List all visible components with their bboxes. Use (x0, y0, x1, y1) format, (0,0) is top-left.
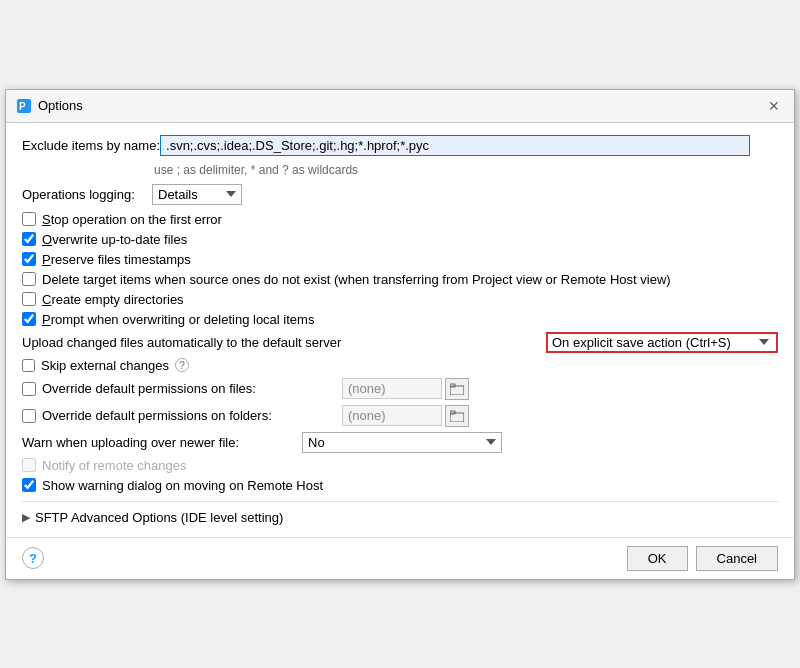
exclude-label: Exclude items by name: (22, 138, 160, 153)
perm-folders-browse-button[interactable] (445, 405, 469, 427)
create-dirs-checkbox[interactable] (22, 292, 36, 306)
delete-label[interactable]: Delete target items when source ones do … (42, 272, 671, 287)
skip-external-checkbox[interactable] (22, 359, 35, 372)
svg-text:P: P (19, 101, 26, 112)
warn-newer-row: Warn when uploading over newer file: No … (22, 432, 778, 453)
preserve-checkbox[interactable] (22, 252, 36, 266)
logging-row: Operations logging: Details Simple None (22, 184, 778, 205)
delete-row: Delete target items when source ones do … (22, 272, 778, 287)
sftp-row[interactable]: ▶ SFTP Advanced Options (IDE level setti… (22, 510, 778, 525)
dialog-icon: P (16, 98, 32, 114)
dialog-title: Options (38, 98, 83, 113)
perm-files-checkbox[interactable] (22, 382, 36, 396)
exclude-hint: use ; as delimiter, * and ? as wildcards (154, 163, 778, 177)
sftp-expand-arrow: ▶ (22, 511, 30, 524)
skip-external-row: Skip external changes ? (22, 358, 778, 373)
overwrite-row: Overwrite up-to-date files (22, 232, 778, 247)
create-dirs-row: Create empty directories (22, 292, 778, 307)
logging-label: Operations logging: (22, 187, 152, 202)
upload-auto-row: Upload changed files automatically to th… (22, 332, 778, 353)
notify-remote-row: Notify of remote changes (22, 458, 778, 473)
warn-newer-select[interactable]: No Yes (302, 432, 502, 453)
perm-folders-checkbox[interactable] (22, 409, 36, 423)
prompt-checkbox[interactable] (22, 312, 36, 326)
delete-checkbox[interactable] (22, 272, 36, 286)
stop-op-row: Stop operation on the first error (22, 212, 778, 227)
prompt-label[interactable]: Prompt when overwriting or deleting loca… (42, 312, 314, 327)
show-warning-label[interactable]: Show warning dialog on moving on Remote … (42, 478, 323, 493)
show-warning-checkbox[interactable] (22, 478, 36, 492)
stop-op-checkbox[interactable] (22, 212, 36, 226)
perm-folders-label[interactable]: Override default permissions on folders: (42, 408, 342, 423)
perm-folders-input[interactable] (342, 405, 442, 426)
perm-folders-input-group (342, 405, 469, 427)
warn-newer-label: Warn when uploading over newer file: (22, 435, 302, 450)
perm-files-label[interactable]: Override default permissions on files: (42, 381, 342, 396)
show-warning-row: Show warning dialog on moving on Remote … (22, 478, 778, 493)
title-bar: P Options ✕ (6, 90, 794, 123)
perm-files-browse-button[interactable] (445, 378, 469, 400)
perm-files-row: Override default permissions on files: (22, 378, 778, 400)
footer-left: ? (22, 547, 44, 569)
prompt-row: Prompt when overwriting or deleting loca… (22, 312, 778, 327)
overwrite-checkbox[interactable] (22, 232, 36, 246)
skip-external-help-icon[interactable]: ? (175, 358, 189, 372)
overwrite-label[interactable]: Overwrite up-to-date files (42, 232, 187, 247)
create-dirs-label[interactable]: Create empty directories (42, 292, 184, 307)
skip-external-label[interactable]: Skip external changes (41, 358, 169, 373)
options-dialog: P Options ✕ Exclude items by name: use ;… (5, 89, 795, 580)
close-button[interactable]: ✕ (764, 96, 784, 116)
cancel-button[interactable]: Cancel (696, 546, 778, 571)
preserve-row: Preserve files timestamps (22, 252, 778, 267)
stop-op-label[interactable]: Stop operation on the first error (42, 212, 222, 227)
upload-auto-select[interactable]: On explicit save action (Ctrl+S) Always … (552, 335, 772, 350)
perm-folders-row: Override default permissions on folders: (22, 405, 778, 427)
exclude-row: Exclude items by name: (22, 135, 778, 156)
notify-remote-checkbox[interactable] (22, 458, 36, 472)
dialog-footer: ? OK Cancel (6, 537, 794, 579)
title-bar-left: P Options (16, 98, 83, 114)
upload-auto-label: Upload changed files automatically to th… (22, 335, 546, 350)
perm-files-input-group (342, 378, 469, 400)
notify-remote-label: Notify of remote changes (42, 458, 187, 473)
help-button[interactable]: ? (22, 547, 44, 569)
exclude-input[interactable] (160, 135, 750, 156)
footer-right: OK Cancel (627, 546, 778, 571)
separator (22, 501, 778, 502)
upload-auto-select-container: On explicit save action (Ctrl+S) Always … (546, 332, 778, 353)
sftp-label: SFTP Advanced Options (IDE level setting… (35, 510, 283, 525)
preserve-label[interactable]: Preserve files timestamps (42, 252, 191, 267)
dialog-body: Exclude items by name: use ; as delimite… (6, 123, 794, 537)
ok-button[interactable]: OK (627, 546, 688, 571)
logging-select[interactable]: Details Simple None (152, 184, 242, 205)
perm-files-input[interactable] (342, 378, 442, 399)
